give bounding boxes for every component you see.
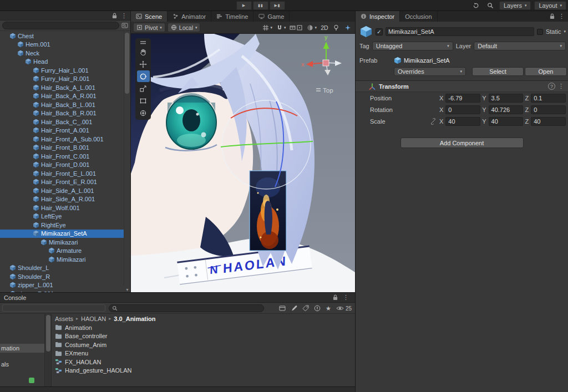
panel-menu-icon[interactable]: ⋮ — [559, 13, 565, 19]
increment-snap-toggle[interactable] — [288, 23, 304, 32]
hierarchy-item[interactable]: Hair_Front_C.001 — [0, 152, 130, 161]
position-x-field[interactable]: -6.79 — [445, 94, 480, 103]
project-scrollbar[interactable] — [44, 314, 52, 386]
hierarchy-search-input[interactable] — [2, 22, 119, 29]
hierarchy-item[interactable]: Furry_Hair_L.001 — [0, 66, 130, 75]
hierarchy-item[interactable]: Hair_Side_A_R.001 — [0, 195, 130, 204]
hierarchy-item[interactable]: Mimikazari — [0, 238, 130, 247]
tab-timeline[interactable]: Timeline — [211, 11, 253, 22]
hierarchy-item[interactable]: Hem.001 — [0, 40, 130, 49]
static-flags-dropdown-icon[interactable]: ▾ — [564, 29, 566, 34]
tab-occlusion[interactable]: Occlus​ion — [400, 11, 437, 22]
position-z-field[interactable]: 0.1 — [531, 94, 566, 103]
hierarchy-item[interactable]: Hair_Front_D.001 — [0, 161, 130, 170]
scale-y-field[interactable]: 40 — [489, 117, 524, 126]
add-component-button[interactable]: Add Component — [400, 138, 524, 148]
lock-icon[interactable] — [333, 294, 338, 301]
transform-tool-button[interactable] — [137, 107, 150, 119]
pivot-dropdown[interactable]: Pivot ▾ — [133, 23, 165, 32]
hierarchy-item[interactable]: Hair_Side_A_L.001 — [0, 186, 130, 195]
2d-toggle[interactable]: 2D — [320, 23, 329, 32]
snap-settings-dropdown[interactable]: ▾ — [275, 23, 287, 32]
hierarchy-item[interactable]: Hair_Front_E_R.001 — [0, 178, 130, 187]
scene-viewport[interactable]: N HAOLAN — [131, 34, 355, 292]
undo-history-button[interactable] — [470, 1, 481, 10]
lock-icon[interactable] — [112, 13, 117, 19]
rotation-x-field[interactable]: 0 — [445, 105, 480, 114]
hierarchy-item[interactable]: Shoulder_R — [0, 272, 130, 281]
hierarchy-item[interactable]: Hair_Back_B_R.001 — [0, 109, 130, 118]
project-item[interactable]: Costume_Anim — [52, 340, 355, 349]
hierarchy-item[interactable]: Hair_Front_E_L.001 — [0, 169, 130, 178]
link-icon[interactable] — [430, 118, 437, 125]
panel-menu-icon[interactable]: ⋮ — [121, 13, 127, 19]
project-search-input[interactable] — [109, 304, 264, 312]
hierarchy-item[interactable]: Hair_Wolf.001 — [0, 203, 130, 212]
hierarchy-item[interactable]: Hair_Back_A_L.001 — [0, 83, 130, 92]
hierarchy-item[interactable]: Armature — [0, 247, 130, 256]
rotate-tool-button[interactable] — [137, 70, 150, 82]
hierarchy-item[interactable]: Furry_Hair_R.001 — [0, 75, 130, 84]
hierarchy-item[interactable]: LeftEye — [0, 212, 130, 221]
breadcrumb-current[interactable]: 3.0_Animation — [114, 315, 155, 322]
pause-button[interactable]: ▮▮ — [253, 1, 268, 10]
scrollbar-thumb[interactable] — [46, 315, 50, 352]
overlay-menu-handle[interactable] — [137, 39, 150, 45]
project-side-item[interactable]: mation — [0, 344, 44, 353]
scale-tool-button[interactable] — [137, 83, 150, 94]
tab-game[interactable]: Game — [253, 11, 290, 22]
view-tool-button[interactable] — [137, 46, 150, 58]
project-item[interactable]: Hand_gesture_HAOLAN — [52, 366, 355, 375]
project-item[interactable]: Animation — [52, 323, 355, 332]
hierarchy-item[interactable]: Chest — [0, 32, 130, 40]
label-tag-icon[interactable] — [302, 305, 309, 312]
alert-icon[interactable] — [314, 305, 321, 312]
position-y-field[interactable]: 3.5 — [489, 94, 524, 103]
layer-dropdown[interactable]: Default ▾ — [474, 42, 566, 50]
hierarchy-scrollbar[interactable] — [124, 32, 130, 285]
shading-mode-dropdown[interactable]: ▾ — [306, 23, 318, 32]
hierarchy-item[interactable]: Head — [0, 58, 130, 67]
transform-component-header[interactable]: Transform ? ⋮ — [356, 80, 568, 92]
rotation-z-field[interactable]: 0 — [531, 105, 566, 114]
rect-tool-button[interactable] — [137, 95, 150, 106]
layers-dropdown[interactable]: Layers ▾ — [499, 1, 531, 10]
open-button[interactable]: Open — [525, 67, 567, 76]
effects-toggle[interactable] — [343, 23, 353, 32]
hidden-items-toggle[interactable]: 25 — [336, 306, 352, 312]
panel-menu-icon[interactable]: ⋮ — [343, 294, 349, 301]
favorites-star-icon[interactable]: ★ — [326, 305, 331, 312]
search-by-type-icon[interactable] — [279, 305, 286, 312]
tag-dropdown[interactable]: Untagged ▾ — [372, 42, 453, 50]
static-checkbox[interactable] — [537, 29, 543, 35]
search-filter-icon[interactable] — [121, 22, 128, 29]
project-item[interactable]: EXmenu — [52, 349, 355, 358]
hierarchy-item[interactable]: Hair_Back_C_.001 — [0, 118, 130, 126]
tab-animator[interactable]: Animator — [168, 11, 211, 22]
grid-visibility-dropdown[interactable]: ▾ — [261, 23, 273, 32]
console-header[interactable]: Console ⋮ — [0, 292, 355, 303]
project-side-item[interactable] — [0, 376, 44, 385]
hierarchy-item[interactable]: RightEye — [0, 221, 130, 230]
lighting-toggle[interactable] — [331, 23, 341, 32]
scrollbar-thumb[interactable] — [125, 33, 129, 94]
select-button[interactable]: Select — [472, 67, 524, 76]
tab-scene[interactable]: Scene — [131, 11, 168, 22]
lock-icon[interactable] — [550, 13, 555, 19]
active-checkbox[interactable]: ✓ — [376, 28, 383, 35]
move-tool-button[interactable] — [137, 58, 150, 70]
hierarchy-item[interactable]: Shoulder_L — [0, 264, 130, 273]
prefab-asset-link[interactable]: Mimikazari_SetA — [394, 57, 450, 64]
scroll-down-arrow-icon[interactable]: ▼ — [125, 288, 129, 292]
handle-orientation-dropdown[interactable]: Local ▾ — [168, 23, 201, 32]
gameobject-name-field[interactable]: Mimikazari_SetA — [386, 27, 534, 36]
hierarchy-item[interactable]: Mimikazari — [0, 255, 130, 264]
hierarchy-item[interactable]: Neck — [0, 49, 130, 58]
hierarchy-item[interactable]: Hair_Front_A_Sub.001 — [0, 135, 130, 144]
hierarchy-item[interactable]: zipper_L.001 — [0, 281, 130, 290]
scale-z-field[interactable]: 40 — [531, 117, 566, 126]
brush-icon[interactable] — [291, 305, 297, 312]
hierarchy-item[interactable]: Mimikazari_SetA› — [0, 230, 130, 238]
project-item[interactable]: Base_controller — [52, 332, 355, 341]
hierarchy-item[interactable]: Hair_Front_B.001 — [0, 144, 130, 152]
